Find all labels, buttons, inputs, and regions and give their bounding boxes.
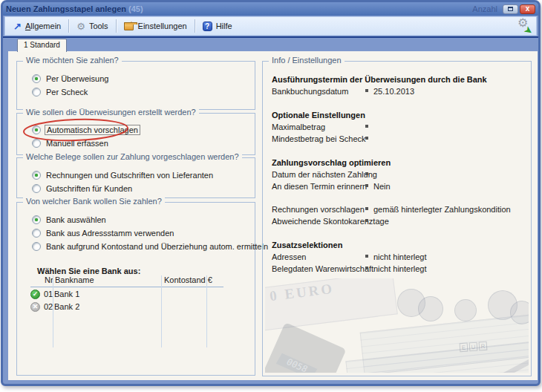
close-button[interactable]: x bbox=[520, 4, 535, 14]
info-value: Nein bbox=[373, 182, 391, 191]
group-title: Info / Einstellungen bbox=[269, 56, 345, 65]
section-heading-optionale-einstellungen: Optionale Einstellungen bbox=[272, 111, 365, 120]
info-row-adressen: Adressen nicht hinterlegt bbox=[272, 252, 525, 263]
radio-bank-adressstamm[interactable]: Bank aus Adressstamm verwenden bbox=[32, 228, 174, 238]
bank-nr: 02 bbox=[44, 302, 53, 311]
ghost-text-suffix: (45) bbox=[128, 4, 143, 13]
group-bank-selection: Von welcher Bank wollen Sie zahlen? Bank… bbox=[16, 202, 255, 376]
info-row-mindestbetrag: Mindestbetrag bei Scheck bbox=[272, 134, 525, 145]
radio-selected-icon[interactable] bbox=[32, 74, 41, 83]
gear-green-arrow-icon[interactable]: ⚙ ➤ bbox=[517, 19, 532, 33]
info-row-datum-naechste-zahlung: Datum der nächsten Zahlung bbox=[272, 170, 525, 180]
bank-table: Nr Bankname Kontostand € ✓ 01 Bank 1 ✕ 0… bbox=[30, 275, 223, 350]
euro-money-watermark: 0 EURO EUR 0058 bbox=[265, 278, 529, 373]
title-bar[interactable]: Neuen Zahlungsstapel anlegen (45) Anzahl… bbox=[3, 2, 538, 16]
toolbar-separator bbox=[195, 19, 195, 33]
radio-rechnungen-lieferanten[interactable]: Rechnungen und Gutschriften von Lieferan… bbox=[32, 170, 213, 180]
info-value: gemäß hinterlegter Zahlungskondition bbox=[373, 205, 511, 214]
radio-icon[interactable] bbox=[32, 229, 41, 238]
dialog-content: Wie möchten Sie zahlen? Per Überweisung … bbox=[8, 51, 538, 380]
info-row-belegdaten: Belegdaten Warenwirtschaft nicht hinterl… bbox=[272, 264, 525, 275]
group-payment-method: Wie möchten Sie zahlen? Per Überweisung … bbox=[16, 61, 255, 110]
toolbar-button-label: Hilfe bbox=[216, 22, 232, 30]
gray-cross-icon: ✕ bbox=[30, 302, 40, 312]
info-row-skontokarenztage: Abweichende Skontokarenztage bbox=[272, 217, 525, 227]
restore-button[interactable] bbox=[503, 4, 518, 14]
table-row-bank1[interactable]: ✓ 01 Bank 1 bbox=[30, 288, 221, 300]
radio-gutschriften-kunden[interactable]: Gutschriften für Kunden bbox=[32, 183, 132, 194]
radio-icon[interactable] bbox=[32, 242, 41, 251]
bank-nr: 01 bbox=[44, 290, 53, 298]
radio-label[interactable]: Gutschriften für Kunden bbox=[46, 184, 132, 193]
section-heading-ausfuehrungstermin: Ausführungstermin der Überweisungen durc… bbox=[272, 75, 487, 84]
section-heading-zusatzselektionen: Zusatzselektionen bbox=[272, 241, 342, 249]
bullet-separator bbox=[365, 125, 368, 128]
bullet-separator bbox=[365, 207, 368, 210]
info-label: Belegdaten Warenwirtschaft bbox=[272, 264, 373, 273]
info-row-maximalbetrag: Maximalbetrag bbox=[272, 122, 525, 133]
radio-per-ueberweisung[interactable]: Per Überweisung bbox=[32, 74, 108, 84]
info-label: Adressen bbox=[272, 252, 306, 261]
toolbar-button-label: Einstellungen bbox=[138, 22, 187, 30]
radio-selected-icon[interactable] bbox=[32, 125, 41, 134]
radio-label[interactable]: Manuell erfassen bbox=[46, 139, 108, 148]
info-value: nicht hinterlegt bbox=[373, 264, 427, 273]
section-heading-zahlungsvorschlag: Zahlungsvorschlag optimieren bbox=[272, 158, 391, 167]
radio-icon[interactable] bbox=[32, 139, 41, 148]
radio-label[interactable]: Bank aufgrund Kontostand und Überziehung… bbox=[46, 242, 268, 251]
radio-selected-icon[interactable] bbox=[32, 171, 41, 180]
arrow-up-right-icon: ↗ bbox=[13, 22, 22, 31]
group-title: Welche Belege sollen zur Zahlung vorgesc… bbox=[23, 152, 242, 161]
radio-label-focused[interactable]: Automatisch vorschlagen bbox=[45, 125, 140, 135]
folder-settings-icon: ✦ bbox=[124, 22, 134, 30]
column-header-bankname: Bankname bbox=[55, 275, 94, 287]
radio-automatisch-vorschlagen[interactable]: Automatisch vorschlagen bbox=[32, 125, 140, 135]
radio-label[interactable]: Rechnungen und Gutschriften von Lieferan… bbox=[46, 171, 213, 180]
info-label: Datum der nächsten Zahlung bbox=[272, 170, 377, 179]
bullet-separator bbox=[365, 137, 368, 140]
bullet-separator bbox=[365, 219, 368, 222]
toolbar-button-einstellungen[interactable]: ✦ Einstellungen bbox=[119, 20, 192, 32]
tab-standard[interactable]: 1 Standard bbox=[17, 39, 67, 52]
toolbar-button-hilfe[interactable]: ? Hilfe bbox=[197, 20, 238, 33]
dialog-window: Neuen Zahlungsstapel anlegen (45) Anzahl… bbox=[1, 0, 541, 386]
info-value: nicht hinterlegt bbox=[373, 252, 427, 261]
radio-bank-automatisch[interactable]: Bank aufgrund Kontostand und Überziehung… bbox=[32, 241, 268, 252]
group-creation-mode: Wie sollen die Überweisungen erstellt we… bbox=[16, 113, 255, 155]
radio-label[interactable]: Per Scheck bbox=[46, 88, 88, 97]
radio-manuell-erfassen[interactable]: Manuell erfassen bbox=[32, 138, 108, 148]
radio-label[interactable]: Per Überweisung bbox=[46, 74, 108, 83]
radio-per-scheck[interactable]: Per Scheck bbox=[32, 87, 88, 97]
table-header-divider bbox=[30, 287, 223, 287]
column-header-nr: Nr bbox=[45, 275, 53, 287]
group-document-selection: Welche Belege sollen zur Zahlung vorgesc… bbox=[16, 157, 255, 198]
radio-icon[interactable] bbox=[32, 88, 41, 97]
info-label: Bankbuchungsdatum bbox=[272, 87, 348, 96]
window-title: Neuen Zahlungsstapel anlegen bbox=[6, 4, 126, 13]
toolbar-button-label: Allgemein bbox=[25, 22, 61, 30]
radio-icon[interactable] bbox=[32, 184, 41, 193]
table-row-bank2[interactable]: ✕ 02 Bank 2 bbox=[30, 301, 221, 313]
info-row-bankbuchungsdatum: Bankbuchungsdatum 25.10.2013 bbox=[272, 87, 525, 97]
group-title: Wie möchten Sie zahlen? bbox=[23, 56, 122, 65]
radio-label[interactable]: Bank auswählen bbox=[46, 215, 106, 224]
column-header-kontostand: Kontostand € bbox=[164, 275, 212, 287]
bank-name: Bank 1 bbox=[54, 290, 79, 298]
coin-shape bbox=[454, 299, 477, 321]
radio-bank-auswaehlen[interactable]: Bank auswählen bbox=[32, 215, 106, 225]
radio-selected-icon[interactable] bbox=[32, 215, 41, 224]
calculator-display: 0058 bbox=[276, 353, 318, 373]
toolbar-button-label: Tools bbox=[89, 22, 108, 30]
bank-name: Bank 2 bbox=[54, 302, 79, 311]
toolbar-button-tools[interactable]: ⚙ Tools bbox=[71, 20, 113, 33]
toolbar-button-allgemein[interactable]: ↗ Allgemein bbox=[8, 20, 66, 33]
bullet-separator bbox=[365, 267, 368, 270]
group-title: Von welcher Bank wollen Sie zahlen? bbox=[23, 197, 165, 206]
info-label: Abweichende Skontokarenztage bbox=[272, 217, 389, 226]
toolbar: ↗ Allgemein ⚙ Tools ✦ Einstellungen ? Hi… bbox=[4, 16, 537, 36]
toolbar-bottom-divider bbox=[3, 36, 538, 38]
ghost-text-anzahl: Anzahl bbox=[472, 4, 497, 13]
radio-label[interactable]: Bank aus Adressstamm verwenden bbox=[46, 229, 174, 238]
toolbar-separator bbox=[68, 19, 69, 33]
question-icon: ? bbox=[203, 22, 212, 31]
